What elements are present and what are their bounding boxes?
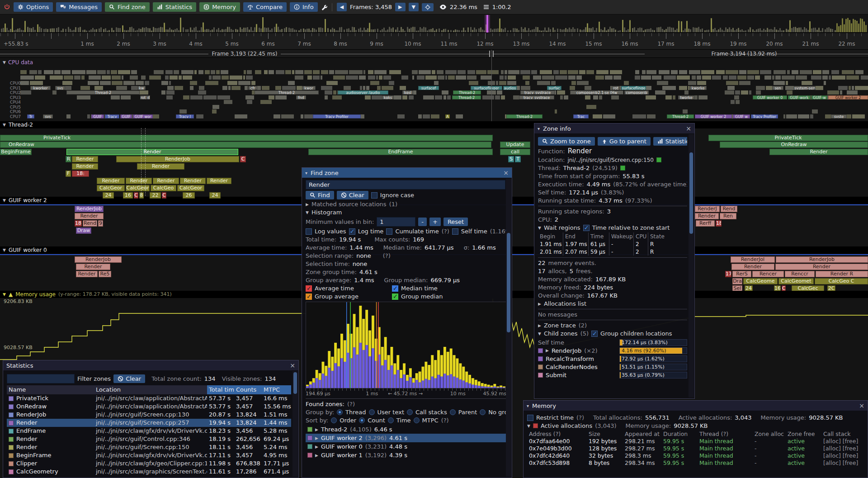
statistics-row[interactable]: Clipperjni/../jni/src/claw/gfx/geo/Clipp…	[7, 459, 291, 468]
goto-frame-button[interactable]	[422, 3, 434, 11]
statistics-row[interactable]: OnRedrawjni/../jni/src/claw/application/…	[7, 402, 291, 411]
wait-region-row[interactable]: 1.91 ms1.97 ms61 µs-2R	[538, 240, 687, 248]
timeline-zone[interactable]: 8	[139, 192, 144, 199]
group-by-thread-radio[interactable]	[337, 409, 343, 415]
group-median-checkbox[interactable]	[392, 293, 398, 300]
timeline-zone[interactable]: EndFrame	[308, 149, 493, 155]
allocation-row[interactable]: 0x7dfaa64e00192 bytes298.21 ms59.95 sMai…	[527, 438, 864, 445]
go-to-parent-button[interactable]: Go to parent	[598, 137, 651, 146]
child-zones-toggle[interactable]: Child zones	[544, 330, 578, 337]
statistics-titlebar[interactable]: Statistics ×	[3, 360, 298, 370]
timeline-zone[interactable]: Render	[695, 213, 719, 219]
timeline-zone[interactable]: Render	[207, 178, 231, 184]
timeline-zone[interactable]: PrivateTick	[708, 135, 868, 141]
statistics-button[interactable]: Statistics	[153, 2, 196, 12]
close-icon[interactable]: ×	[290, 362, 295, 369]
timeline-zone[interactable]: R	[66, 156, 71, 162]
timeline-zone[interactable]: RenderJob	[75, 206, 104, 212]
timeline-zone[interactable]: RenderJob	[776, 256, 868, 263]
timeline-zone[interactable]: Rencer	[752, 271, 784, 277]
timeline-zone[interactable]: CalcGeo	[151, 185, 176, 191]
timeline-zone[interactable]: RenderJol	[731, 256, 775, 263]
log-time-checkbox[interactable]	[349, 228, 355, 235]
close-icon[interactable]: ×	[859, 402, 864, 409]
statistics-row[interactable]: RenderJobjni/../jni/src/guif/Screen.cpp:…	[7, 411, 291, 419]
timeline-zone[interactable]: Render	[75, 213, 104, 219]
timeline-zone[interactable]: Rerff	[696, 220, 715, 227]
memory-header-zone-free[interactable]: Zone free	[786, 431, 821, 438]
group-average-checkbox[interactable]	[306, 293, 312, 300]
zone-group-row[interactable]: ▶Thread-2(4,105)6.46 s	[306, 425, 508, 434]
timeline-zone[interactable]: Ren	[720, 213, 736, 219]
timeline-zone[interactable]: 24	[209, 192, 221, 199]
close-icon[interactable]: ×	[503, 169, 509, 176]
stats-header-name[interactable]: Name	[7, 385, 94, 394]
timeline-zone[interactable]: Render	[97, 178, 125, 184]
timeline-zone[interactable]: RenderJob	[116, 156, 239, 162]
sort-by-mtpc-radio[interactable]	[414, 417, 420, 423]
timeline-zone[interactable]: OnRedraw	[0, 142, 491, 148]
zone-search-input[interactable]	[306, 180, 505, 189]
close-icon[interactable]: ×	[686, 125, 691, 132]
timeline-zone[interactable]: CalcGeome	[743, 278, 778, 284]
timeline-zone[interactable]: Dra	[732, 278, 742, 284]
zone-group-row[interactable]: ▶GUIF worker 2(3,296)4.61 s	[306, 434, 508, 442]
matched-source-locations[interactable]: Matched source locations	[311, 201, 387, 208]
zone-group-row[interactable]: ▶GUIF worker 1(3,192)4.39 s	[306, 451, 508, 459]
thread-color-swatch[interactable]	[620, 166, 625, 170]
stats-header-mtpc[interactable]: MTPC	[262, 385, 291, 394]
child-zone-row[interactable]: Submit35.63 µs (0.79%)	[538, 371, 687, 379]
timeline-zone[interactable]: Render	[66, 149, 238, 155]
wait-region-row[interactable]: 2.01 ms2.07 ms59 µs-2R	[538, 248, 687, 256]
stats-header-location[interactable]: Location	[94, 385, 207, 394]
timeline-zone[interactable]: CalcGeor	[97, 185, 125, 191]
statistics-row[interactable]: CalcGeometryjni/../jni/src/claw/graphics…	[7, 468, 291, 476]
ignore-case-checkbox[interactable]	[371, 192, 377, 199]
timeline-zone[interactable]: Render	[72, 163, 98, 170]
collapse-icon[interactable]: ▾	[305, 170, 307, 175]
find-zone-button[interactable]: Find zone	[105, 2, 150, 12]
timeline-zone[interactable]: 18	[75, 220, 82, 227]
stats-header-counts[interactable]: Counts	[234, 385, 262, 394]
allocations-list-toggle[interactable]: Allocations list	[544, 300, 586, 307]
timeline-zone[interactable]: Render	[731, 264, 774, 270]
group-by-call-stacks-radio[interactable]	[407, 409, 413, 415]
timeline-zone[interactable]: Render	[126, 178, 152, 184]
timeline-zone[interactable]: C	[162, 192, 166, 199]
timeline-zone[interactable]: Render	[137, 163, 184, 170]
clear-button[interactable]: Clear	[337, 191, 368, 199]
timeline-zone[interactable]: 16	[123, 192, 133, 199]
timeline-zone[interactable]: 22	[150, 192, 161, 199]
timeline-zone[interactable]: 26	[183, 192, 195, 199]
statistics-row[interactable]: Renderjni/../jni/src/guif/Control.cpp:34…	[7, 435, 291, 443]
memory-header-size[interactable]: Size	[587, 431, 623, 438]
timeline-zone[interactable]: Re5	[99, 271, 111, 277]
memory-header-appeared-at[interactable]: Appeared at	[623, 431, 661, 438]
child-zone-row[interactable]: CalcRenderNodes51.51 µs (1.15%)	[538, 363, 687, 371]
memory-header-address-[interactable]: Address (?)	[527, 431, 587, 438]
timeline-zone[interactable]: RenderJob	[75, 256, 122, 263]
memory-titlebar[interactable]: ▾ Memory ×	[524, 401, 868, 411]
timeline-zone[interactable]: Update	[500, 142, 530, 148]
clear-filter-button[interactable]: Clear	[113, 374, 145, 383]
timeline-zone[interactable]: CalcGeo C	[815, 278, 868, 284]
find-zone-titlebar[interactable]: ▾ Find zone ×	[302, 168, 512, 178]
allocation-row[interactable]: 0x7dfc42d64032 bytes298.3 ms59.95 sMain …	[527, 452, 864, 459]
prev-frame-button[interactable]: ◀	[337, 3, 347, 11]
memory-header-zone-alloc[interactable]: Zone alloc	[753, 431, 786, 438]
memory-header-call-stack[interactable]: Call stack	[821, 431, 864, 438]
find-zone-scrollbar[interactable]	[506, 179, 511, 477]
restrict-time-checkbox[interactable]	[527, 415, 533, 421]
self-time-checkbox[interactable]	[452, 228, 458, 235]
zone-time-histogram[interactable]	[306, 302, 506, 388]
group-by-user-text-radio[interactable]	[369, 409, 375, 415]
memory-header-duration[interactable]: Duration	[661, 431, 698, 438]
zone-group-row[interactable]: ▶GUIF worker 0(3,231)4.48 s	[306, 442, 508, 451]
timeline-zone[interactable]: CalcGeor	[177, 185, 204, 191]
statistics-row[interactable]: EndFramejni/../jni/src/claw/gfx/drv/vk/D…	[7, 427, 291, 435]
log-values-checkbox[interactable]	[306, 228, 312, 235]
statistics-row[interactable]: BeginFramejni/../jni/src/claw/gfx/drv/vk…	[7, 451, 291, 459]
collapse-icon[interactable]: ▾	[527, 403, 529, 408]
timeline-zone[interactable]: RerS	[732, 271, 751, 277]
timeline-zone[interactable]: CalcGeor	[126, 185, 150, 191]
